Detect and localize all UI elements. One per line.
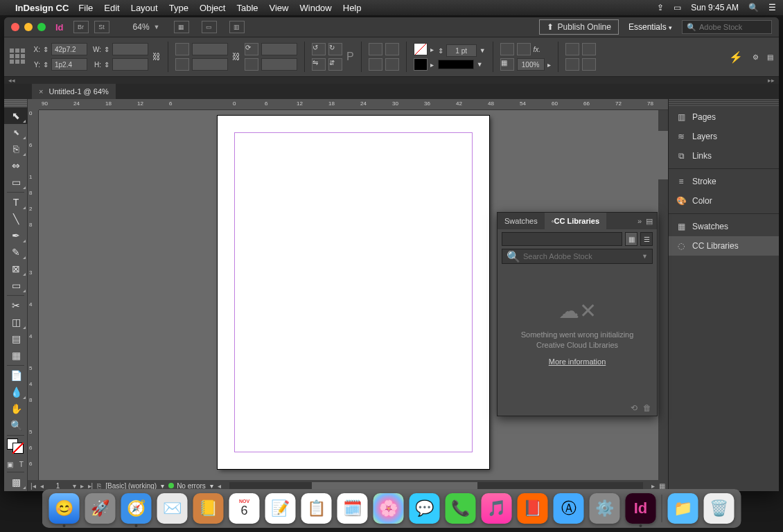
menu-table[interactable]: Table bbox=[236, 3, 258, 13]
first-page-button[interactable]: |◂ bbox=[30, 482, 36, 490]
page-dropdown-icon[interactable]: ▾ bbox=[73, 482, 76, 490]
scale-y-input[interactable] bbox=[192, 58, 228, 71]
vertical-ruler[interactable]: 0 6 1 8 2 8 3 4 4 5 4 8 5 6 6 bbox=[28, 110, 39, 480]
dock-contacts[interactable]: 📒 bbox=[193, 493, 224, 524]
gap-tool[interactable]: ⇔ bbox=[4, 157, 28, 174]
rotate-ccw-icon[interactable]: ↺ bbox=[312, 43, 326, 55]
tab-swatches[interactable]: Swatches bbox=[498, 213, 545, 229]
menu-help[interactable]: Help bbox=[343, 3, 362, 13]
stroke-style-dropdown-icon[interactable]: ▼ bbox=[477, 61, 483, 68]
prev-page-button[interactable]: ◂ bbox=[40, 482, 44, 490]
zoom-tool[interactable]: 🔍 bbox=[4, 417, 28, 434]
stroke-swatch[interactable] bbox=[414, 58, 428, 71]
h-stepper-icon[interactable]: ⇕ bbox=[104, 61, 109, 69]
rightdock-gripper[interactable] bbox=[669, 99, 779, 107]
bridge-button[interactable]: Br bbox=[73, 21, 89, 33]
opacity-input[interactable]: 100% bbox=[517, 58, 545, 71]
dock-trash[interactable]: 🗑️ bbox=[704, 493, 734, 524]
quick-apply-icon[interactable]: ⚡ bbox=[729, 51, 743, 64]
select-content-icon[interactable] bbox=[385, 43, 399, 55]
page[interactable] bbox=[218, 116, 489, 469]
publish-online-button[interactable]: ⬆ Publish Online bbox=[539, 19, 619, 35]
document-tab[interactable]: × Untitled-1 @ 64% bbox=[32, 84, 116, 99]
shear-input[interactable] bbox=[261, 58, 297, 71]
direct-selection-tool[interactable]: ⬉ bbox=[4, 124, 28, 141]
page-number-field[interactable]: 1 bbox=[48, 482, 69, 490]
tab-cc-libraries[interactable]: ◦ CC Libraries bbox=[545, 213, 606, 229]
dock-mail[interactable]: ✉️ bbox=[157, 493, 188, 524]
status-extras-icon[interactable]: ▦ bbox=[659, 482, 665, 490]
fill-dropdown-icon[interactable]: ▸ bbox=[430, 46, 434, 53]
line-tool[interactable]: ╲ bbox=[4, 211, 28, 227]
adobe-stock-search[interactable]: 🔍 bbox=[682, 20, 772, 34]
menu-edit[interactable]: Edit bbox=[104, 3, 119, 13]
menu-view[interactable]: View bbox=[270, 3, 289, 13]
minimize-window-button[interactable] bbox=[24, 23, 33, 31]
wifi-icon[interactable]: ⇪ bbox=[657, 3, 664, 12]
menu-layout[interactable]: Layout bbox=[131, 3, 158, 13]
preflight-profile[interactable]: [Basic] (working) bbox=[105, 482, 157, 490]
menu-type[interactable]: Type bbox=[169, 3, 188, 13]
free-transform-tool[interactable]: ◫ bbox=[4, 314, 28, 330]
text-wrap-jump-icon[interactable] bbox=[582, 58, 596, 71]
dock-safari[interactable]: 🧭 bbox=[121, 493, 152, 524]
text-wrap-none-icon[interactable] bbox=[565, 43, 579, 55]
content-collector-tool[interactable]: ▭ bbox=[4, 174, 28, 190]
vertical-scrollbar[interactable] bbox=[658, 110, 668, 480]
dock-indesign[interactable]: Id bbox=[626, 493, 656, 524]
dock-notes[interactable]: 📝 bbox=[265, 493, 296, 524]
stock-button[interactable]: St bbox=[94, 21, 109, 33]
zoom-dropdown-icon[interactable]: ▼ bbox=[154, 24, 160, 30]
hand-tool[interactable]: ✋ bbox=[4, 400, 28, 417]
y-input[interactable]: 1p2.4 bbox=[51, 58, 87, 71]
opacity-icon[interactable]: ▦ bbox=[500, 58, 514, 71]
dock-messages[interactable]: 💬 bbox=[410, 493, 440, 524]
dock-facetime[interactable]: 📞 bbox=[446, 493, 476, 524]
close-window-button[interactable] bbox=[11, 23, 19, 31]
hscroll-left-button[interactable]: ◂ bbox=[218, 482, 221, 490]
open-pages-icon[interactable]: ⎘ bbox=[97, 482, 101, 490]
pencil-tool[interactable]: ✎ bbox=[4, 244, 28, 260]
fill-stroke-swatches[interactable] bbox=[4, 437, 27, 458]
apply-color-icon[interactable]: ▣ bbox=[4, 458, 16, 470]
panel-swatches[interactable]: ▦Swatches bbox=[669, 217, 779, 236]
next-page-button[interactable]: ▸ bbox=[80, 482, 84, 490]
panel-collapse-icon[interactable]: » bbox=[637, 217, 642, 226]
app-name[interactable]: InDesign CC bbox=[15, 3, 69, 13]
dock-launchpad[interactable]: 🚀 bbox=[85, 493, 116, 524]
library-select-dropdown[interactable] bbox=[502, 232, 622, 246]
constrain-wh-icon[interactable]: ⛓ bbox=[152, 52, 161, 62]
dock-preferences[interactable]: ⚙️ bbox=[590, 493, 620, 524]
rectangle-frame-tool[interactable]: ⊠ bbox=[4, 260, 28, 277]
flip-v-icon[interactable]: ⇵ bbox=[328, 58, 342, 71]
vertical-scroll-thumb[interactable] bbox=[658, 131, 668, 179]
stroke-weight-input[interactable]: 1 pt bbox=[446, 44, 477, 57]
x-input[interactable]: 42p7.2 bbox=[51, 43, 87, 55]
x-stepper-icon[interactable]: ⇕ bbox=[43, 46, 49, 53]
controlbar-menu-icon[interactable]: ▤ bbox=[767, 53, 773, 61]
shear-icon[interactable] bbox=[245, 58, 258, 71]
screen-mode-icon[interactable]: ▭ bbox=[202, 21, 217, 33]
horizontal-scroll-thumb[interactable] bbox=[312, 482, 477, 489]
opacity-dropdown-icon[interactable]: ▸ bbox=[547, 61, 551, 69]
panel-menu-icon[interactable]: ▤ bbox=[646, 217, 653, 226]
h-input[interactable] bbox=[112, 58, 148, 71]
effects-icon[interactable] bbox=[517, 43, 531, 55]
dock-appstore[interactable]: Ⓐ bbox=[554, 493, 584, 524]
hscroll-right-button[interactable]: ▸ bbox=[651, 482, 655, 490]
selection-tool[interactable]: ⬉ bbox=[4, 107, 28, 124]
y-stepper-icon[interactable]: ⇕ bbox=[43, 61, 49, 69]
rotate-icon[interactable]: ⟳ bbox=[245, 43, 258, 55]
dock-photos[interactable]: 🌸 bbox=[373, 493, 404, 524]
dock-ibooks[interactable]: 📕 bbox=[518, 493, 548, 524]
preflight-profile-dropdown-icon[interactable]: ▾ bbox=[161, 482, 164, 490]
scissors-tool[interactable]: ✂ bbox=[4, 297, 28, 314]
display-icon[interactable]: ▭ bbox=[674, 3, 681, 12]
panel-stroke[interactable]: ≡Stroke bbox=[669, 172, 779, 191]
cc-sync-icon[interactable]: ⟲ bbox=[631, 403, 637, 413]
stroke-dropdown-icon[interactable]: ▸ bbox=[430, 61, 434, 69]
w-input[interactable] bbox=[112, 43, 148, 55]
more-information-link[interactable]: More information bbox=[549, 357, 606, 366]
dock-reminders[interactable]: 📋 bbox=[301, 493, 332, 524]
text-wrap-shape-icon[interactable] bbox=[565, 58, 579, 71]
